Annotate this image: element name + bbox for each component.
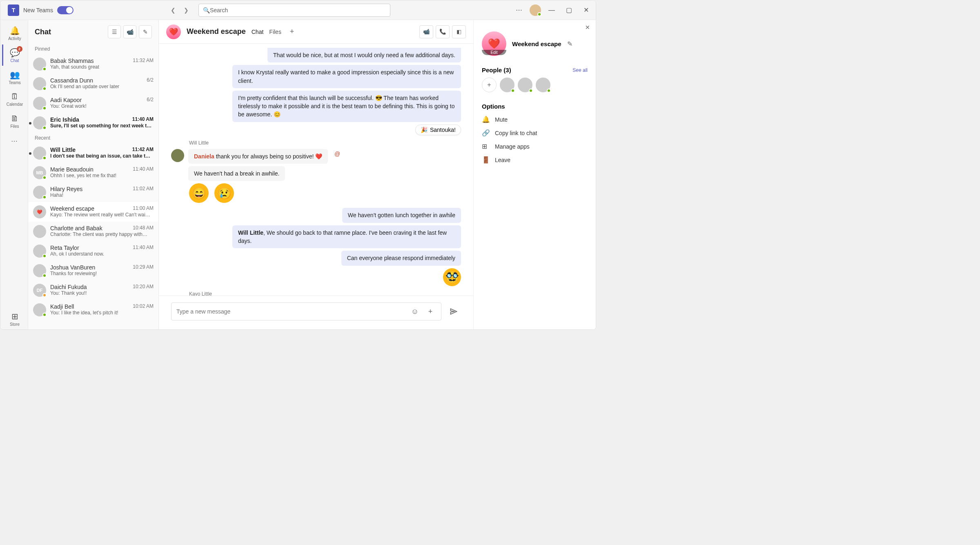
new-teams-toggle[interactable] — [57, 6, 74, 14]
tab-files[interactable]: Files — [269, 29, 281, 35]
big-emoji-laugh[interactable]: 😄 — [189, 183, 209, 203]
chat-row[interactable]: Will Little11:42 AMI don't see that bein… — [28, 143, 158, 163]
option-manage-apps[interactable]: ⊞Manage apps — [482, 142, 588, 150]
avatar — [33, 245, 46, 258]
option-copy-link[interactable]: 🔗Copy link to chat — [482, 129, 588, 137]
chat-time: 11:40 AM — [133, 245, 154, 251]
chat-preview: You: I like the idea, let's pitch it! — [50, 310, 154, 316]
chat-row[interactable]: Reta Taylor11:40 AMAh, ok I understand n… — [28, 241, 158, 261]
close-details-button[interactable]: ✕ — [585, 24, 590, 31]
chat-row[interactable]: Joshua VanBuren10:29 AMThanks for review… — [28, 261, 158, 280]
rail-files[interactable]: 🗎 Files — [2, 111, 27, 132]
sender-label: Kayo Little — [189, 291, 461, 296]
avatar[interactable] — [536, 78, 550, 92]
window-close-button[interactable]: ✕ — [579, 4, 592, 17]
more-options-button[interactable]: ⋯ — [512, 4, 526, 17]
rail-chat[interactable]: 💬2 Chat — [2, 44, 27, 66]
rail-activity[interactable]: 🔔 Activity — [2, 22, 27, 44]
open-panel-button[interactable]: ◧ — [452, 25, 466, 38]
avatar[interactable] — [518, 78, 532, 92]
add-people-button[interactable]: + — [482, 78, 497, 92]
reaction-chip[interactable]: 🎉Santouka! — [415, 125, 461, 135]
chat-time: 11:00 AM — [133, 205, 154, 212]
tab-chat[interactable]: Chat — [252, 29, 264, 35]
people-icon: 👥 — [10, 70, 20, 80]
message-bubble[interactable]: I'm pretty confident that this launch wi… — [232, 91, 461, 122]
chat-items-scroll[interactable]: Babak Shammas11:32 AMYah, that sounds gr… — [28, 54, 158, 329]
chat-row[interactable]: Aadi Kapoor6/2You: Great work! — [28, 93, 158, 113]
edit-avatar-label: Edit — [482, 50, 506, 55]
chat-preview: Ah, ok I understand now. — [50, 251, 154, 257]
send-button[interactable] — [446, 304, 461, 319]
chat-time: 6/2 — [147, 77, 154, 84]
recent-section-label: Recent — [28, 133, 158, 143]
messages-scroll[interactable]: That would be nice, but at most I would … — [159, 44, 473, 296]
rail-teams[interactable]: 👥 Teams — [2, 67, 27, 88]
unread-dot-icon — [29, 152, 31, 155]
details-title: Weekend escape — [512, 40, 561, 47]
message-bubble[interactable]: Can everyone please respond immediately — [341, 251, 461, 265]
audio-call-button[interactable]: 📞 — [436, 25, 450, 38]
chat-row[interactable]: Hilary Reyes11:02 AMHaha! — [28, 182, 158, 202]
chat-row[interactable]: ❤️ Weekend escape11:00 AMKayo: The revie… — [28, 202, 158, 222]
option-mute[interactable]: 🔔Mute — [482, 116, 588, 123]
window-maximize-button[interactable]: ▢ — [562, 4, 575, 17]
chat-name: Cassandra Dunn — [50, 77, 93, 84]
message-text: , We should go back to that ramne place.… — [238, 229, 447, 244]
big-emoji-cry[interactable]: 😢 — [214, 183, 234, 203]
rail-chat-label: Chat — [10, 58, 19, 63]
message-bubble[interactable]: We haven't had a break in awhile. — [188, 166, 285, 181]
filter-button[interactable]: ☰ — [108, 25, 121, 38]
message-bubble[interactable]: Daniela thank you for always being so po… — [188, 149, 328, 164]
option-label: Manage apps — [495, 143, 530, 150]
chat-row[interactable]: Babak Shammas11:32 AMYah, that sounds gr… — [28, 54, 158, 74]
nav-forward-button[interactable]: ❯ — [180, 4, 192, 16]
meet-now-button[interactable]: 📹 — [123, 25, 136, 38]
chat-time: 10:02 AM — [133, 303, 154, 310]
add-tab-button[interactable]: + — [287, 27, 297, 37]
chat-preview: Sure, I'll set up something for next wee… — [50, 123, 154, 129]
heart-icon: ❤️ — [169, 27, 178, 36]
conversation-avatar: ❤️ — [166, 24, 181, 39]
new-chat-button[interactable]: ✎ — [139, 25, 152, 38]
option-leave[interactable]: 🚪Leave — [482, 156, 588, 164]
chat-row[interactable]: MB Marie Beaudouin11:40 AMOhhh I see, ye… — [28, 163, 158, 182]
message-bubble[interactable]: Will Little, We should go back to that r… — [232, 225, 461, 249]
conversation-title: Weekend escape — [187, 27, 246, 36]
group-avatar-large[interactable]: ❤️Edit — [482, 31, 506, 56]
chat-preview: Kayo: The review went really well! Can't… — [50, 212, 154, 218]
video-call-button[interactable]: 📹 — [419, 25, 433, 38]
rail-store[interactable]: ⊞ Store — [2, 308, 27, 329]
chat-row[interactable]: Kadji Bell10:02 AMYou: I like the idea, … — [28, 300, 158, 320]
nav-back-button[interactable]: ❮ — [167, 4, 179, 16]
message-bubble[interactable]: That would be nice, but at most I would … — [267, 48, 461, 62]
avatar — [33, 147, 46, 160]
me-avatar[interactable] — [530, 4, 541, 16]
chat-row[interactable]: DF Daichi Fukuda10:20 AMYou: Thank you!! — [28, 280, 158, 300]
emoji-picker-button[interactable]: ☺ — [409, 306, 421, 317]
edit-name-button[interactable]: ✎ — [567, 40, 572, 48]
store-icon: ⊞ — [11, 311, 18, 321]
message-input[interactable] — [176, 308, 405, 315]
chat-row[interactable]: Eric Ishida11:40 AMSure, I'll set up som… — [28, 113, 158, 133]
chatlist-title: Chat — [35, 28, 51, 36]
avatar: ❤️ — [33, 205, 46, 218]
see-all-link[interactable]: See all — [572, 67, 588, 73]
search-icon: 🔍 — [203, 7, 210, 13]
attach-button[interactable]: + — [425, 306, 436, 317]
search-input[interactable]: 🔍 Search — [198, 4, 390, 17]
message-bubble[interactable]: We haven't gotten lunch together in awhi… — [342, 208, 461, 222]
options-heading: Options — [482, 103, 588, 110]
chat-row[interactable]: Charlotte and Babak10:48 AMCharlotte: Th… — [28, 222, 158, 241]
message-bubble[interactable]: I know Krystal really wanted to make a g… — [232, 65, 461, 88]
chat-row[interactable]: Cassandra Dunn6/2Ok I'll send an update … — [28, 74, 158, 93]
mention[interactable]: Will Little — [238, 229, 263, 236]
chat-name: Eric Ishida — [50, 116, 79, 123]
rail-more-button[interactable]: ⋯ — [2, 133, 27, 149]
window-minimize-button[interactable]: — — [545, 4, 558, 17]
mention[interactable]: Daniela — [194, 153, 214, 160]
big-emoji-disguise[interactable]: 🥸 — [443, 268, 461, 286]
chat-time: 11:40 AM — [133, 166, 154, 173]
avatar[interactable] — [500, 78, 514, 92]
rail-calendar[interactable]: 🗓 Calendar — [2, 89, 27, 110]
